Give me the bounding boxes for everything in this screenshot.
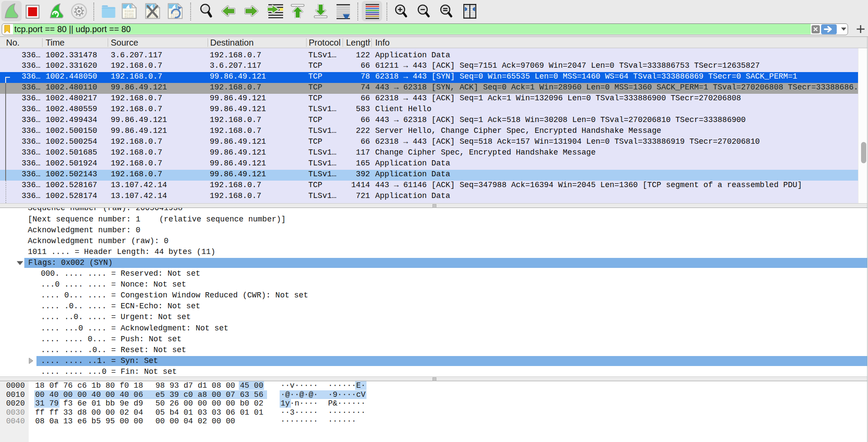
- svg-text:01110: 01110: [125, 15, 134, 19]
